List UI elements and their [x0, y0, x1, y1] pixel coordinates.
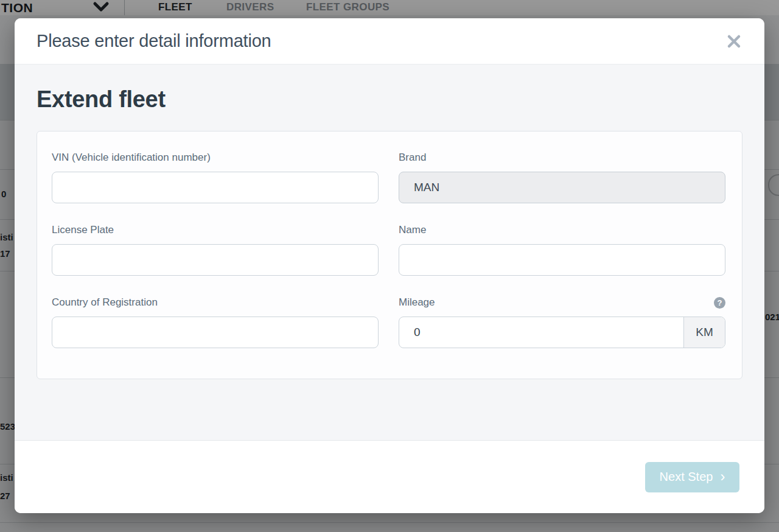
country-label: Country of Registration: [52, 296, 158, 309]
help-icon[interactable]: ?: [714, 297, 725, 309]
page-title: Extend fleet: [37, 86, 742, 113]
license-plate-label: License Plate: [52, 224, 114, 236]
brand-label: Brand: [399, 152, 426, 164]
vin-input[interactable]: [52, 172, 379, 203]
next-step-label: Next Step: [660, 470, 713, 484]
license-plate-input[interactable]: [52, 244, 379, 276]
modal-header: Please enter detail information: [15, 18, 764, 64]
name-input[interactable]: [399, 244, 725, 276]
name-field: Name: [399, 224, 725, 276]
mileage-label: Mileage: [399, 296, 435, 309]
vin-label: VIN (Vehicle identification number): [52, 152, 211, 164]
vin-field: VIN (Vehicle identification number): [52, 152, 379, 203]
brand-field: Brand: [399, 152, 725, 203]
modal-body: Extend fleet VIN (Vehicle identification…: [15, 64, 764, 440]
license-plate-field: License Plate: [52, 224, 379, 276]
close-icon: [725, 33, 742, 50]
modal-footer: Next Step ›: [15, 440, 764, 513]
mileage-unit: KM: [683, 317, 725, 348]
brand-input: [399, 172, 725, 203]
name-label: Name: [399, 224, 426, 236]
extend-fleet-form-card: VIN (Vehicle identification number) Bran…: [37, 131, 742, 379]
extend-fleet-modal: Please enter detail information Extend f…: [15, 18, 764, 513]
country-field: Country of Registration: [52, 296, 379, 348]
mileage-field: Mileage ? KM: [399, 296, 725, 348]
mileage-input[interactable]: [399, 317, 683, 348]
modal-title: Please enter detail information: [37, 31, 271, 51]
mileage-input-group: KM: [399, 317, 725, 348]
country-input[interactable]: [52, 317, 379, 348]
chevron-right-icon: ›: [720, 469, 725, 484]
close-button[interactable]: [722, 29, 746, 54]
next-step-button[interactable]: Next Step ›: [645, 462, 739, 492]
